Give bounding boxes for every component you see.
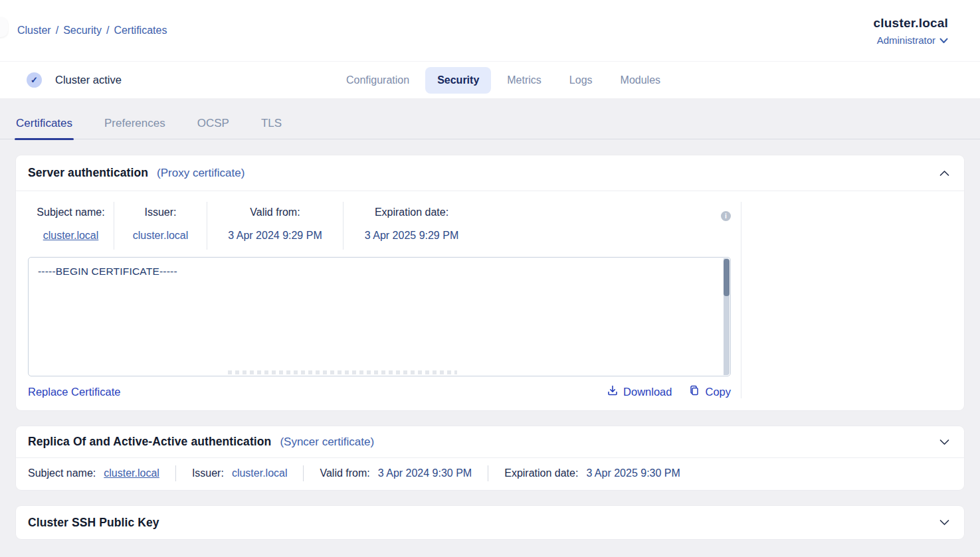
tab-security[interactable]: Security xyxy=(425,67,491,94)
scrollbar-track[interactable] xyxy=(724,258,730,375)
subject-label: Subject name: xyxy=(28,206,114,218)
download-label: Download xyxy=(623,386,672,398)
expiration-label: Expiration date: xyxy=(504,467,578,479)
breadcrumb-separator: / xyxy=(106,25,109,37)
divider xyxy=(303,465,304,481)
chevron-up-icon[interactable] xyxy=(939,170,949,177)
copy-label: Copy xyxy=(705,386,731,398)
breadcrumb: Cluster / Security / Certificates xyxy=(17,25,167,37)
issuer-value: cluster.local xyxy=(232,467,288,479)
download-icon xyxy=(607,385,618,398)
top-bar: Cluster / Security / Certificates cluste… xyxy=(0,0,980,61)
breadcrumb-certificates[interactable]: Certificates xyxy=(114,25,167,37)
card-title: Server authentication xyxy=(28,166,148,180)
tab-logs[interactable]: Logs xyxy=(557,67,605,94)
card-title: Replica Of and Active-Active authenticat… xyxy=(28,435,271,449)
subtab-ocsp[interactable]: OCSP xyxy=(197,117,229,139)
card-title: Cluster SSH Public Key xyxy=(28,516,159,530)
main-tabs: Configuration Security Metrics Logs Modu… xyxy=(334,67,672,94)
expiration-value: 3 Apr 2025 9:30 PM xyxy=(586,467,680,479)
issuer-label: Issuer: xyxy=(114,206,207,218)
certificate-textarea[interactable]: -----BEGIN CERTIFICATE----- xyxy=(28,257,731,376)
subtab-preferences[interactable]: Preferences xyxy=(104,117,165,139)
check-icon: ✓ xyxy=(27,72,42,88)
tab-modules[interactable]: Modules xyxy=(609,67,672,94)
breadcrumb-separator: / xyxy=(56,25,58,37)
server-card-body: Subject name: cluster.local Issuer: clus… xyxy=(16,191,964,410)
sidebar-toggle[interactable] xyxy=(0,17,8,37)
issuer-field: Issuer: cluster.local xyxy=(114,202,207,250)
breadcrumb-security[interactable]: Security xyxy=(63,25,102,37)
subject-label: Subject name: xyxy=(28,467,96,479)
chevron-down-icon[interactable] xyxy=(939,439,949,445)
card-subtitle: (Syncer certificate) xyxy=(280,436,374,449)
expiration-field: Expiration date: 3 Apr 2025 9:29 PM xyxy=(343,202,480,250)
subject-field: Subject name: cluster.local xyxy=(28,202,114,250)
expiration-value: 3 Apr 2025 9:29 PM xyxy=(343,230,480,242)
chevron-down-icon[interactable] xyxy=(939,519,949,526)
divider xyxy=(175,465,176,481)
syncer-authentication-card: Replica Of and Active-Active authenticat… xyxy=(16,426,964,490)
tab-metrics[interactable]: Metrics xyxy=(495,67,553,94)
subtab-certificates[interactable]: Certificates xyxy=(16,117,72,139)
valid-from-field: Valid from: 3 Apr 2024 9:29 PM xyxy=(207,202,343,250)
status-bar: ✓ Cluster active Configuration Security … xyxy=(0,61,980,98)
issuer-label: Issuer: xyxy=(192,467,224,479)
certificate-redacted-line xyxy=(228,370,457,374)
cluster-status: ✓ Cluster active xyxy=(0,72,334,88)
scrollbar-thumb[interactable] xyxy=(724,259,730,296)
card-subtitle: (Proxy certificate) xyxy=(157,167,245,180)
tab-configuration[interactable]: Configuration xyxy=(334,67,421,94)
subtab-tls[interactable]: TLS xyxy=(261,117,282,139)
breadcrumb-cluster[interactable]: Cluster xyxy=(17,25,51,37)
copy-button[interactable]: Copy xyxy=(689,385,731,398)
security-sub-tabs: Certificates Preferences OCSP TLS xyxy=(0,98,980,139)
subject-value-link[interactable]: cluster.local xyxy=(43,230,99,241)
copy-icon xyxy=(689,385,700,398)
valid-from-label: Valid from: xyxy=(320,467,369,479)
certificate-actions: Replace Certificate Download xyxy=(28,385,731,398)
subject-value-link[interactable]: cluster.local xyxy=(104,467,159,479)
syncer-card-header[interactable]: Replica Of and Active-Active authenticat… xyxy=(16,426,964,458)
syncer-meta: Subject name: cluster.local Issuer: clus… xyxy=(16,458,964,490)
expiration-label: Expiration date: xyxy=(343,206,480,218)
issuer-value: cluster.local xyxy=(114,230,207,242)
certificate-content: Subject name: cluster.local Issuer: clus… xyxy=(28,202,741,398)
server-card-header[interactable]: Server authentication (Proxy certificate… xyxy=(16,155,964,191)
cluster-name: cluster.local xyxy=(874,16,948,31)
user-menu[interactable]: Administrator xyxy=(877,35,948,46)
cluster-ssh-public-key-card: Cluster SSH Public Key xyxy=(16,506,964,539)
valid-from-label: Valid from: xyxy=(207,206,343,218)
info-icon[interactable]: i xyxy=(721,211,731,221)
server-authentication-card: Server authentication (Proxy certificate… xyxy=(16,155,964,410)
valid-from-value: 3 Apr 2024 9:29 PM xyxy=(207,230,343,242)
valid-from-value: 3 Apr 2024 9:30 PM xyxy=(378,467,472,479)
ssh-card-header[interactable]: Cluster SSH Public Key xyxy=(16,506,964,539)
header-right: cluster.local Administrator xyxy=(874,16,948,46)
certificate-meta: Subject name: cluster.local Issuer: clus… xyxy=(28,202,741,250)
user-role-label: Administrator xyxy=(877,35,935,46)
replace-certificate-link[interactable]: Replace Certificate xyxy=(28,386,120,398)
main-content: Server authentication (Proxy certificate… xyxy=(0,139,980,539)
actions-right: Download Copy xyxy=(607,385,731,398)
divider xyxy=(488,465,488,481)
cluster-status-label: Cluster active xyxy=(55,74,122,86)
download-button[interactable]: Download xyxy=(607,385,672,398)
certificate-text: -----BEGIN CERTIFICATE----- xyxy=(29,258,730,278)
chevron-down-icon xyxy=(939,35,948,46)
